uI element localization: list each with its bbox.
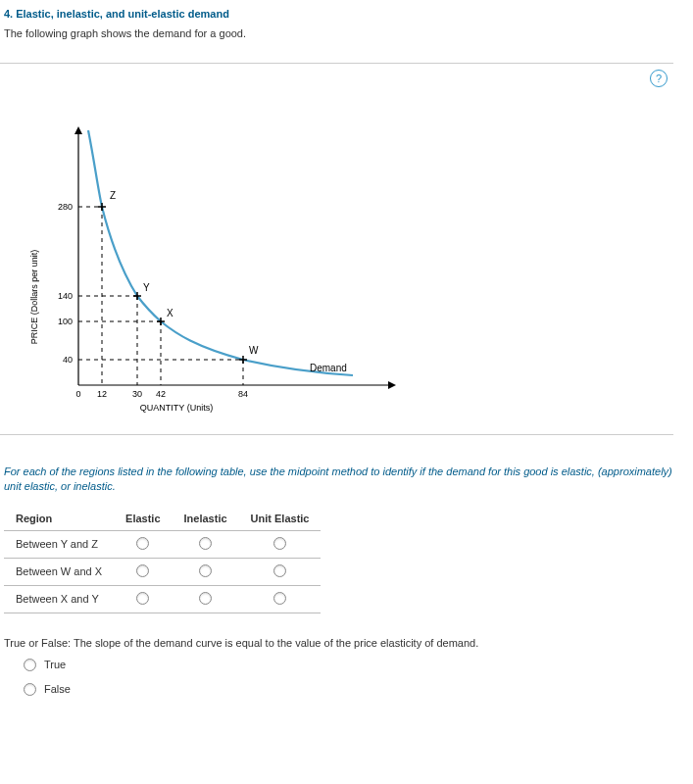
row-region: Between Y and Z [4,530,114,558]
radio-wx-elastic[interactable] [136,564,149,577]
svg-marker-2 [74,126,82,134]
xlabel: QUANTITY (Units) [140,403,213,413]
tf-option-false[interactable]: False [24,677,693,702]
radio-yz-inelastic[interactable] [199,537,212,550]
radio-yz-unit[interactable] [273,537,286,550]
true-false-question: True or False: The slope of the demand c… [0,621,693,653]
radio-wx-inelastic[interactable] [199,564,212,577]
radio-xy-elastic[interactable] [136,592,149,605]
label-X: X [167,308,173,318]
radio-xy-unit[interactable] [273,592,286,605]
elasticity-table: Region Elastic Inelastic Unit Elastic Be… [4,507,321,613]
col-region: Region [4,507,114,531]
xtick-12: 12 [97,389,107,399]
ytick-40: 40 [63,355,73,365]
ylabel: PRICE (Dollars per unit) [29,250,39,345]
radio-yz-elastic[interactable] [136,537,149,550]
radio-xy-inelastic[interactable] [199,592,212,605]
label-Z: Z [110,190,116,201]
table-instructions: For each of the regions listed in the fo… [0,435,693,499]
xtick-30: 30 [132,389,142,399]
label-W: W [249,345,259,356]
tf-false-label: False [44,683,71,695]
graph-panel: ? [0,63,673,435]
tf-option-true[interactable]: True [24,653,693,677]
series-label-demand: Demand [310,363,347,373]
row-region: Between W and X [4,558,114,585]
label-Y: Y [143,282,150,293]
intro-text: The following graph shows the demand for… [0,24,693,43]
xtick-42: 42 [156,389,166,399]
question-heading: 4. Elastic, inelastic, and unit-elastic … [0,0,693,24]
table-row: Between Y and Z [4,530,321,558]
ytick-140: 140 [58,291,73,301]
col-unit-elastic: Unit Elastic [239,507,322,531]
row-region: Between X and Y [4,585,114,612]
radio-false[interactable] [24,683,36,696]
radio-wx-unit[interactable] [273,564,286,577]
tf-true-label: True [44,659,66,670]
radio-true[interactable] [24,659,36,671]
true-false-options: True False [0,653,693,702]
col-inelastic: Inelastic [173,507,239,531]
help-button[interactable]: ? [650,70,668,87]
table-row: Between X and Y [4,585,321,612]
ytick-100: 100 [58,317,73,326]
xtick-0: 0 [75,389,80,399]
col-elastic: Elastic [114,507,172,531]
svg-marker-3 [388,381,396,389]
ytick-280: 280 [58,202,73,212]
table-row: Between W and X [4,558,321,585]
xtick-84: 84 [238,389,248,399]
demand-chart: 280 140 100 40 0 12 30 42 84 Z Y X W Dem… [20,121,654,416]
